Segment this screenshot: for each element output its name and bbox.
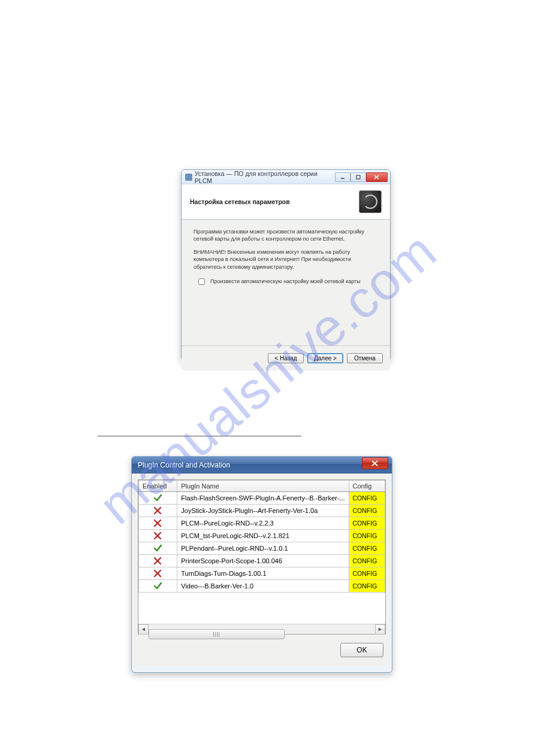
table-row: JoyStick-JoyStick-PlugIn--Art-Fenerty-Ve…: [139, 505, 385, 517]
plugin-name-cell: Video---B.Barker-Ver-1.0: [177, 580, 349, 593]
enabled-toggle[interactable]: [139, 567, 177, 580]
scroll-right-arrow[interactable]: ►: [375, 624, 385, 634]
enabled-toggle[interactable]: [139, 517, 177, 530]
table-row: Flash-FlashScreen-SWF-PlugIn-A.Fenerty--…: [139, 492, 385, 505]
plugin-name-cell: Flash-FlashScreen-SWF-PlugIn-A.Fenerty--…: [177, 492, 349, 505]
table-header-row: Enabled PlugIn Name Config: [139, 481, 385, 492]
table-row: PrinterScope-Port-Scope-1.00.046CONFIG: [139, 555, 385, 567]
plugin-grid: Enabled PlugIn Name Config Flash-FlashSc…: [138, 479, 386, 634]
plugin-content: Enabled PlugIn Name Config Flash-FlashSc…: [132, 473, 392, 666]
plugin-titlebar[interactable]: PlugIn Control and Activation: [132, 457, 392, 473]
auto-config-checkbox-label: Произвести автоматическую настройку моей…: [210, 278, 361, 284]
grid-empty-area: [138, 593, 385, 624]
installer-footer: < Назад Далее > Отмена: [182, 345, 390, 371]
table-row: PLCM_tst-PureLogic-RND--v.2.1.821CONFIG: [139, 530, 385, 542]
scroll-left-arrow[interactable]: ◄: [138, 624, 149, 634]
installer-header: Настройка сетевых параметров: [182, 184, 390, 220]
svg-rect-1: [356, 175, 360, 179]
horizontal-scrollbar[interactable]: ◄ ►: [138, 624, 385, 634]
cancel-button[interactable]: Отмена: [347, 353, 383, 363]
plugin-close-button[interactable]: [362, 457, 388, 469]
col-header-config[interactable]: Config: [349, 481, 385, 492]
plugin-name-cell: JoyStick-JoyStick-PlugIn--Art-Fenerty-Ve…: [177, 505, 349, 517]
enabled-toggle[interactable]: [139, 555, 177, 567]
plugin-name-cell: TurnDiags-Turn-Diags-1.00.1: [177, 567, 349, 580]
config-button[interactable]: CONFIG: [349, 492, 385, 505]
col-header-enabled[interactable]: Enabled: [139, 481, 177, 492]
table-row: PLPendant--PureLogic-RND--v.1.0.1CONFIG: [139, 542, 385, 555]
installer-app-icon: [185, 174, 192, 181]
divider-line: [98, 436, 301, 436]
enabled-toggle[interactable]: [139, 492, 177, 505]
installer-window: Установка — ПО для контроллеров серии PL…: [181, 169, 391, 361]
config-button[interactable]: CONFIG: [349, 567, 385, 580]
plugin-name-cell: PLCM--PureLogic-RND--v.2.2.3: [177, 517, 349, 530]
installer-window-title: Установка — ПО для контроллеров серии PL…: [195, 170, 335, 184]
close-button[interactable]: [366, 172, 388, 182]
minimize-button[interactable]: [335, 172, 350, 182]
back-button[interactable]: < Назад: [268, 353, 304, 363]
installer-titlebar[interactable]: Установка — ПО для контроллеров серии PL…: [182, 170, 390, 184]
config-button[interactable]: CONFIG: [349, 542, 385, 555]
enabled-toggle[interactable]: [139, 542, 177, 555]
enabled-toggle[interactable]: [139, 580, 177, 593]
installer-step-icon: [359, 190, 382, 213]
config-button[interactable]: CONFIG: [349, 555, 385, 567]
scroll-thumb[interactable]: [149, 629, 285, 639]
enabled-toggle[interactable]: [139, 505, 177, 517]
config-button[interactable]: CONFIG: [349, 505, 385, 517]
table-row: PLCM--PureLogic-RND--v.2.2.3CONFIG: [139, 517, 385, 530]
ok-button[interactable]: OK: [340, 643, 383, 657]
config-button[interactable]: CONFIG: [349, 517, 385, 530]
table-row: TurnDiags-Turn-Diags-1.00.1CONFIG: [139, 567, 385, 580]
plugin-name-cell: PrinterScope-Port-Scope-1.00.046: [177, 555, 349, 567]
maximize-button[interactable]: [350, 172, 366, 182]
installer-body: Программа установки может произвести авт…: [182, 220, 390, 345]
installer-step-title: Настройка сетевых параметров: [190, 198, 290, 205]
col-header-name[interactable]: PlugIn Name: [177, 481, 349, 492]
plugin-name-cell: PLPendant--PureLogic-RND--v.1.0.1: [177, 542, 349, 555]
plugin-name-cell: PLCM_tst-PureLogic-RND--v.2.1.821: [177, 530, 349, 542]
installer-paragraph-1: Программа установки может произвести авт…: [194, 228, 378, 242]
config-button[interactable]: CONFIG: [349, 530, 385, 542]
installer-paragraph-2: ВНИМАНИЕ! Внесенные изменения могут повл…: [194, 248, 378, 270]
plugin-window-title: PlugIn Control and Activation: [138, 461, 230, 469]
table-row: Video---B.Barker-Ver-1.0CONFIG: [139, 580, 385, 593]
plugin-window: PlugIn Control and Activation Enabled Pl…: [131, 456, 392, 673]
auto-config-checkbox[interactable]: [198, 278, 205, 285]
enabled-toggle[interactable]: [139, 530, 177, 542]
next-button[interactable]: Далее >: [307, 353, 343, 363]
config-button[interactable]: CONFIG: [349, 580, 385, 593]
